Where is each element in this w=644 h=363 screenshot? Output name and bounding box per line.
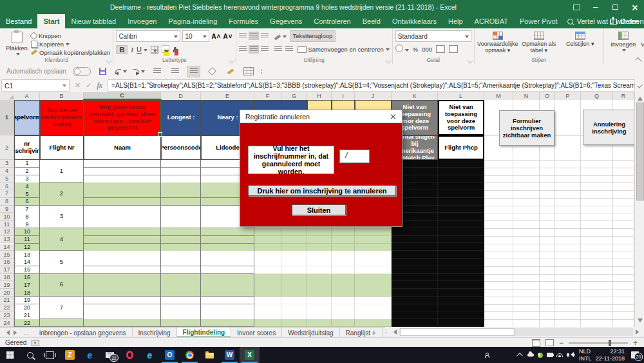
scroll-right-icon[interactable]	[636, 329, 641, 335]
close-button[interactable]	[625, 0, 644, 14]
column-header-A[interactable]: A	[14, 92, 40, 100]
cell-E14[interactable]	[201, 244, 254, 251]
column-header-C[interactable]: C	[84, 92, 161, 100]
cell-G21[interactable]	[281, 297, 307, 304]
cell-I12[interactable]	[332, 228, 355, 236]
cell-C22[interactable]	[84, 304, 161, 312]
row-header-3[interactable]: 3	[0, 160, 14, 168]
cell-F23[interactable]	[254, 311, 281, 319]
cell-F21[interactable]	[254, 297, 281, 304]
cell-E17[interactable]	[201, 266, 254, 274]
conditional-formatting-button[interactable]: Voorwaardelijke opmaak ▾	[477, 30, 518, 56]
taskbar-explorer-button[interactable]	[200, 347, 220, 363]
cell-I22[interactable]	[332, 304, 355, 312]
ribbon-tab-nieuw-tabblad[interactable]: Nieuw tabblad	[65, 14, 122, 28]
macro-record-icon[interactable]	[32, 340, 39, 346]
row-header-9[interactable]: 9	[0, 206, 14, 213]
cell-I16[interactable]	[332, 259, 355, 266]
save-button[interactable]	[97, 66, 109, 77]
increase-indent-icon[interactable]	[285, 46, 293, 52]
tray-onedrive-slot[interactable]	[527, 353, 534, 357]
align-middle-icon[interactable]	[250, 33, 258, 39]
cell-C20[interactable]	[84, 289, 161, 297]
cell-D10[interactable]	[161, 213, 201, 221]
cell-C17[interactable]	[84, 266, 161, 274]
cell-C1[interactable]: Nog geen keuze gemaakt, ga naar sheet in…	[84, 100, 161, 135]
fill-color-qat-button[interactable]	[169, 66, 181, 77]
cell-J15[interactable]	[355, 251, 392, 259]
tray-clock-language[interactable]: NLDINTL22:3122-11-2018	[579, 348, 625, 362]
cell-F13[interactable]	[254, 236, 281, 244]
qat-overflow-button[interactable]: ⁞	[261, 68, 263, 75]
column-header-E[interactable]: E	[201, 92, 254, 100]
cell-C23[interactable]	[84, 311, 161, 319]
name-box-dropdown-icon[interactable]	[62, 84, 66, 89]
cell-styles-button[interactable]: Celstijlen ▾	[560, 30, 601, 56]
tray-battery-slot[interactable]	[547, 353, 553, 357]
cell-D17[interactable]	[161, 266, 201, 274]
italic-button[interactable]: I	[131, 46, 133, 54]
tray-network-slot[interactable]	[556, 353, 563, 357]
cell-A2[interactable]: nr inschrijving	[14, 135, 40, 160]
center-qat-button[interactable]	[187, 66, 200, 77]
decrease-indent-icon[interactable]	[274, 46, 282, 52]
paste-button[interactable]: Plakken	[3, 30, 31, 56]
format-as-table-button[interactable]: Opmaken als tabel ▾	[518, 30, 560, 56]
cell-D14[interactable]	[161, 244, 201, 251]
cell-D4[interactable]	[161, 168, 201, 175]
cancel-entry-icon[interactable]: ✕	[75, 81, 80, 90]
cell-G18[interactable]	[281, 274, 307, 282]
sheet-tab-inschrijving[interactable]: Inschrijving	[133, 328, 177, 338]
cell-C14[interactable]	[84, 244, 161, 251]
cell-D12[interactable]	[161, 228, 201, 236]
cell-G23[interactable]	[281, 311, 307, 319]
accounting-format-button[interactable]	[395, 44, 409, 54]
taskbar-chrome-button[interactable]	[180, 347, 200, 363]
cell-C8[interactable]	[84, 198, 161, 206]
taskbar-outlook-button[interactable]: O	[160, 347, 180, 363]
delete-cells-button[interactable]: Verwijderen	[640, 30, 644, 56]
inschrijfnummer-input[interactable]: /	[339, 150, 370, 163]
confirm-entry-icon[interactable]: ✓	[86, 81, 91, 90]
sheet-tab-invoer-scores[interactable]: Invoer scores	[231, 328, 282, 338]
show-inschrijf-form-button[interactable]: Formulier inschrijven zichtbaar maken	[499, 110, 554, 146]
cell-G15[interactable]	[281, 251, 307, 259]
formula-input[interactable]: =ALS(B1=1;"Strokeplay";ALS(B1=2;"Stablef…	[108, 79, 635, 92]
sort-qat-button[interactable]	[151, 66, 163, 77]
cell-D8[interactable]	[161, 198, 201, 206]
cell-G13[interactable]	[281, 236, 307, 244]
cell-H18[interactable]	[307, 274, 332, 282]
ribbon-tab-gegevens[interactable]: Gegevens	[264, 14, 308, 28]
cell-C5[interactable]	[84, 175, 161, 183]
cell-B1[interactable]: Svp keuze wedstrijdvorm maken	[40, 100, 84, 135]
align-right-icon[interactable]	[261, 46, 269, 52]
cell-A23[interactable]: 21	[14, 311, 40, 319]
cell-G24[interactable]	[281, 319, 307, 327]
column-header-Q[interactable]: Q	[581, 92, 613, 100]
row-header-14[interactable]: 14	[0, 244, 14, 251]
horizontal-scroll-thumb[interactable]	[400, 328, 515, 336]
cell-D5[interactable]	[161, 175, 201, 183]
row-header-19[interactable]: 19	[0, 281, 14, 289]
row-header-4[interactable]: 4	[0, 168, 14, 175]
ribbon-tab-formules[interactable]: Formules	[223, 14, 264, 28]
cell-C9[interactable]	[84, 206, 161, 213]
cancel-registration-button[interactable]: Druk hier om inschrijving te annuleren	[248, 185, 396, 196]
cell-A7[interactable]: 5	[14, 190, 40, 198]
align-bottom-icon[interactable]	[261, 33, 269, 39]
column-header-B[interactable]: B	[40, 92, 84, 100]
ribbon-tab-beeld[interactable]: Beeld	[357, 14, 386, 28]
cell-C13[interactable]	[84, 236, 161, 244]
wrap-text-button[interactable]: Tekstterugloop	[290, 30, 336, 42]
taskbar-excel-button[interactable]: X	[240, 347, 260, 363]
cell-C24[interactable]	[84, 319, 161, 327]
cell-E19[interactable]	[201, 281, 254, 289]
decrease-decimal-icon[interactable]	[449, 45, 458, 53]
cell-F22[interactable]	[254, 304, 281, 312]
row-header-2[interactable]: 2	[0, 135, 14, 160]
cell-A19[interactable]: 17	[14, 281, 40, 289]
cell-I21[interactable]	[332, 297, 355, 304]
cell-flight-group-1[interactable]: 1	[40, 160, 84, 182]
cell-G22[interactable]	[281, 304, 307, 312]
row-header-15[interactable]: 15	[0, 251, 14, 259]
